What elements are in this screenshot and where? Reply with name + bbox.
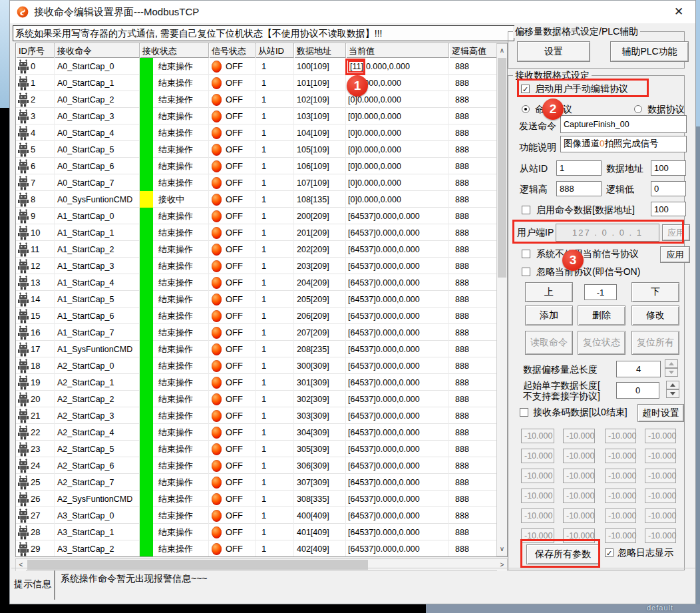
word-len-input[interactable]: [616, 382, 659, 399]
offset-value-field[interactable]: -10.000: [521, 469, 554, 483]
vertical-scroll-thumb[interactable]: [498, 58, 506, 278]
barcode-checkbox[interactable]: [520, 408, 528, 417]
offset-value-field[interactable]: -10.000: [645, 528, 676, 543]
column-header[interactable]: 数据地址: [294, 43, 346, 58]
station-id-input[interactable]: [556, 160, 602, 176]
spin-up-icon[interactable]: [666, 381, 679, 389]
table-row[interactable]: 14A1_StartCap_5结束操作OFF1205[209][64537]0.…: [16, 291, 497, 307]
offset-value-field[interactable]: -10.000: [521, 429, 554, 443]
table-row[interactable]: 5A0_StartCap_5结束操作OFF1105[109][0]0.000,0…: [16, 141, 497, 158]
table-row[interactable]: 12A1_StartCap_3结束操作OFF1203[209][64537]0.…: [16, 258, 497, 274]
table-row[interactable]: 8A0_SysFuntionCMD接收中OFF1108[135][0]0.000…: [16, 191, 497, 208]
table-row[interactable]: 11A1_StartCap_2结束操作OFF1202[209][64537]0.…: [16, 241, 497, 258]
ignore-protocol-checkbox[interactable]: [522, 268, 530, 276]
offset-value-field[interactable]: -10.000: [563, 429, 595, 443]
offset-value-field[interactable]: -10.000: [645, 489, 676, 503]
reset-all-button[interactable]: 复位所有: [631, 331, 679, 355]
column-header[interactable]: ID序号: [16, 43, 55, 58]
offset-value-field[interactable]: -10.000: [605, 469, 636, 483]
reset-state-button[interactable]: 复位状态: [578, 331, 625, 355]
offset-value-field[interactable]: -10.000: [645, 509, 676, 523]
titlebar[interactable]: 接收命令编辑设置界面---ModbusTCP ✕: [10, 1, 695, 23]
offset-value-field[interactable]: -10.000: [563, 449, 595, 463]
offset-value-field[interactable]: -10.000: [563, 509, 595, 523]
table-row[interactable]: 1A0_StartCap_1结束操作OFF1101[109][0]0.000,0…: [16, 75, 497, 91]
table-row[interactable]: 10A1_StartCap_1结束操作OFF1201[209][64537]0.…: [16, 224, 497, 241]
delete-button[interactable]: 删除: [578, 306, 625, 325]
table-row[interactable]: 4A0_StartCap_4结束操作OFF1104[109][0]0.000,0…: [16, 124, 497, 141]
read-cmd-button[interactable]: 读取命令: [525, 331, 573, 355]
column-header[interactable]: 当前值: [346, 43, 449, 58]
table-row[interactable]: 25A2_StartCap_7结束操作OFF1307[309][64537]0.…: [16, 474, 497, 491]
ignore-log-checkbox[interactable]: ✓: [605, 548, 613, 557]
offset-value-field[interactable]: -10.000: [645, 469, 676, 483]
data-addr-input[interactable]: [651, 160, 686, 176]
down-button[interactable]: 下: [631, 282, 679, 302]
table-row[interactable]: 22A2_StartCap_4结束操作OFF1304[309][64537]0.…: [16, 424, 497, 441]
up-button[interactable]: 上: [525, 282, 573, 302]
table-row[interactable]: 18A2_StartCap_0结束操作OFF1300[309][64537]0.…: [16, 357, 497, 374]
table-row[interactable]: 20A2_StartCap_2结束操作OFF1302[309][64537]0.…: [16, 391, 497, 407]
offset-value-field[interactable]: -10.000: [605, 449, 636, 463]
table-row[interactable]: 13A1_StartCap_4结束操作OFF1204[209][64537]0.…: [16, 274, 497, 291]
add-button[interactable]: 添加: [525, 306, 573, 325]
cmd-protocol-radio[interactable]: [522, 105, 530, 113]
spin-down-icon[interactable]: [666, 389, 679, 398]
step-input[interactable]: [584, 284, 617, 300]
no-signal-protocol-checkbox[interactable]: [522, 250, 530, 258]
column-header[interactable]: 接收状态: [140, 43, 209, 58]
table-row[interactable]: 29A3_StartCap_2结束操作OFF1402[409][64537]0.…: [16, 540, 497, 557]
settings-button[interactable]: 设置: [517, 41, 590, 62]
apply-button[interactable]: 应用: [660, 246, 690, 263]
table-row[interactable]: 24A2_StartCap_6结束操作OFF1306[309][64537]0.…: [16, 457, 497, 474]
scroll-up-icon[interactable]: ∧: [497, 45, 507, 57]
close-button[interactable]: ✕: [671, 5, 686, 19]
table-row[interactable]: 23A2_StartCap_5结束操作OFF1305[309][64537]0.…: [16, 441, 497, 457]
offset-len-spinner[interactable]: [665, 359, 678, 377]
offset-value-field[interactable]: -10.000: [521, 449, 554, 463]
offset-value-field[interactable]: -10.000: [605, 528, 636, 543]
column-header[interactable]: 信号状态: [209, 43, 256, 58]
word-len-spinner[interactable]: [666, 381, 679, 398]
column-header[interactable]: 逻辑高值: [449, 43, 497, 58]
scroll-down-icon[interactable]: ∨: [497, 543, 507, 555]
table-row[interactable]: 19A2_StartCap_1结束操作OFF1301[309][64537]0.…: [16, 374, 497, 391]
send-cmd-input[interactable]: [560, 115, 687, 133]
spin-up-icon[interactable]: [665, 359, 678, 368]
cmd-data-checkbox[interactable]: [522, 206, 530, 214]
data-protocol-radio[interactable]: [634, 105, 642, 113]
scroll-left-icon[interactable]: <: [16, 559, 26, 571]
table-row[interactable]: 17A1_SysFuntionCMD结束操作OFF1208[235][64537…: [16, 341, 497, 357]
table-row[interactable]: 7A0_StartCap_7结束操作OFF1107[109][0]0.000,0…: [16, 174, 497, 191]
column-header[interactable]: 从站ID: [256, 43, 294, 58]
cmd-data-addr-input[interactable]: [651, 202, 686, 216]
offset-value-field[interactable]: -10.000: [605, 489, 636, 503]
offset-value-field[interactable]: -10.000: [645, 429, 676, 443]
timeout-button[interactable]: 超时设置: [637, 404, 684, 422]
plc-helper-button[interactable]: 辅助PLC功能: [610, 41, 689, 62]
offset-value-field[interactable]: -10.000: [563, 489, 595, 503]
table-row[interactable]: 21A2_StartCap_3结束操作OFF1303[309][64537]0.…: [16, 407, 497, 424]
table-row[interactable]: 28A3_StartCap_1结束操作OFF1401[409][64537]0.…: [16, 524, 497, 540]
logic-low-input[interactable]: [651, 181, 686, 196]
offset-value-field[interactable]: -10.000: [521, 489, 554, 503]
offset-value-field[interactable]: -10.000: [645, 449, 676, 463]
func-desc-input[interactable]: 图像通道0拍照完成信号: [560, 136, 687, 152]
offset-value-field[interactable]: -10.000: [605, 429, 636, 443]
table-row[interactable]: 9A1_StartCap_0结束操作OFF1200[209][64537]0.0…: [16, 208, 497, 224]
horizontal-scrollbar[interactable]: < >: [15, 558, 508, 571]
table-row[interactable]: 6A0_StartCap_6结束操作OFF1106[109][0]0.000,0…: [16, 158, 497, 174]
table-row[interactable]: 0A0_StartCap_0结束操作OFF1100[109][11]0.000,…: [16, 58, 497, 75]
table-row[interactable]: 16A1_StartCap_7结束操作OFF1207[209][64537]0.…: [16, 324, 497, 341]
vertical-scrollbar[interactable]: ∧ ∨: [496, 43, 508, 556]
table-row[interactable]: 26A2_SysFuntionCMD结束操作OFF1308[335][64537…: [16, 491, 497, 507]
column-header[interactable]: 接收命令: [55, 43, 140, 58]
offset-total-len-input[interactable]: [616, 361, 661, 377]
offset-value-field[interactable]: -10.000: [605, 509, 636, 523]
logic-high-input[interactable]: [556, 181, 602, 196]
table-row[interactable]: 3A0_StartCap_3结束操作OFF1103[109][0]0.000,0…: [16, 108, 497, 124]
table-row[interactable]: 2A0_StartCap_2结束操作OFF1102[109][0]0.000,0…: [16, 91, 497, 108]
table-row[interactable]: 15A1_StartCap_6结束操作OFF1206[209][64537]0.…: [16, 307, 497, 324]
spin-down-icon[interactable]: [665, 368, 678, 377]
table-row[interactable]: 27A3_StartCap_0结束操作OFF1400[409][64537]0.…: [16, 507, 497, 524]
